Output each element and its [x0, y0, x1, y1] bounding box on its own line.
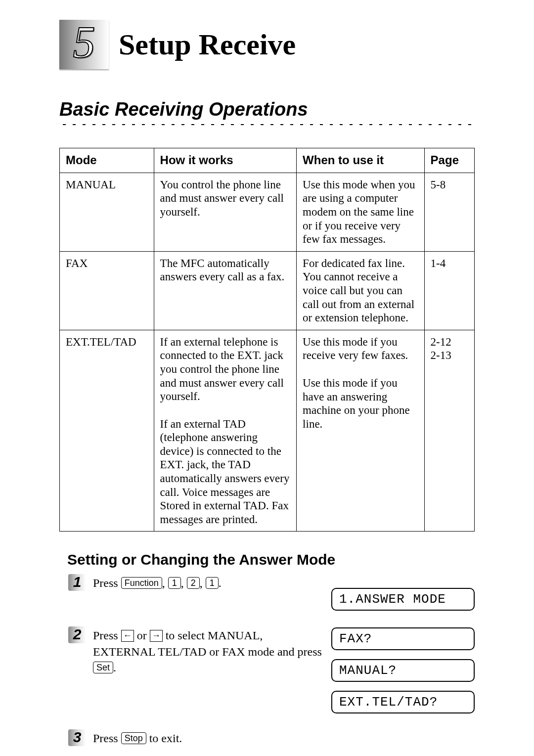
- lcd-display: MANUAL?: [331, 659, 475, 682]
- step-number: 1: [68, 574, 86, 591]
- cell-how: The MFC automatically answers every call…: [154, 251, 297, 330]
- step-text-or: or: [137, 629, 150, 642]
- modes-table: Mode How it works When to use it Page MA…: [59, 148, 475, 532]
- step-2: 2 Press ← or → to select MANUAL, EXTERNA…: [68, 626, 475, 713]
- table-row: FAX The MFC automatically answers every …: [60, 251, 475, 330]
- cell-when: For dedicated fax line. You cannot recei…: [297, 251, 425, 330]
- col-when: When to use it: [297, 148, 425, 173]
- step-body: Press ← or → to select MANUAL, EXTERNAL …: [93, 626, 326, 675]
- lcd-column: FAX? MANUAL? EXT.TEL/TAD?: [331, 626, 475, 713]
- step-text: Press: [93, 577, 121, 589]
- key-2: 2: [187, 577, 200, 589]
- step-text: to exit.: [149, 732, 182, 745]
- cell-when-part-b: Use this mode if you have an answering m…: [303, 376, 418, 431]
- lcd-column: 1.ANSWER MODE: [331, 587, 475, 611]
- dotted-rule: [59, 122, 475, 127]
- step-number: 3: [68, 729, 86, 746]
- cell-mode: MANUAL: [60, 173, 154, 251]
- step-body: Press Function, 1, 2, 1.: [93, 574, 326, 591]
- cell-how: If an external telephone is connected to…: [154, 330, 297, 532]
- cell-page: 1-4: [424, 251, 474, 330]
- chapter-number: 5: [73, 20, 95, 69]
- key-1: 1: [168, 577, 181, 589]
- table-header-row: Mode How it works When to use it Page: [60, 148, 475, 173]
- cell-when: Use this mode if you receive very few fa…: [297, 330, 425, 532]
- chapter-header: 5 Setup Receive: [59, 20, 475, 69]
- arrow-right-icon: →: [150, 630, 163, 642]
- col-how: How it works: [154, 148, 297, 173]
- arrow-left-icon: ←: [121, 630, 134, 642]
- key-stop: Stop: [121, 732, 146, 744]
- step-number: 2: [68, 626, 86, 643]
- chapter-title: Setup Receive: [119, 28, 296, 62]
- chapter-number-badge: 5: [59, 20, 109, 69]
- cell-how-part-a: If an external telephone is connected to…: [160, 335, 291, 403]
- section-heading: Basic Receiving Operations: [59, 99, 475, 120]
- key-1b: 1: [206, 577, 219, 589]
- sub-heading: Setting or Changing the Answer Mode: [67, 551, 475, 568]
- cell-mode: EXT.TEL/TAD: [60, 330, 154, 532]
- step-1: 1 Press Function, 1, 2, 1. 1.ANSWER MODE: [68, 574, 475, 611]
- lcd-display: EXT.TEL/TAD?: [331, 691, 475, 713]
- cell-page: 2-12 2-13: [424, 330, 474, 532]
- step-text: Press: [93, 732, 121, 745]
- cell-page: 5-8: [424, 173, 474, 251]
- key-set: Set: [93, 662, 113, 673]
- key-function: Function: [121, 577, 162, 589]
- step-text: Press: [93, 629, 121, 642]
- cell-how: You control the phone line and must answ…: [154, 173, 297, 251]
- table-row: EXT.TEL/TAD If an external telephone is …: [60, 330, 475, 532]
- table-row: MANUAL You control the phone line and mu…: [60, 173, 475, 251]
- col-page: Page: [424, 148, 474, 173]
- cell-when-part-a: Use this mode if you receive very few fa…: [303, 335, 418, 362]
- col-mode: Mode: [60, 148, 154, 173]
- cell-mode: FAX: [60, 251, 154, 330]
- cell-when: Use this mode when you are using a compu…: [297, 173, 425, 251]
- lcd-display: FAX?: [331, 627, 475, 650]
- lcd-display: 1.ANSWER MODE: [331, 588, 475, 611]
- step-3: 3 Press Stop to exit.: [68, 729, 475, 746]
- cell-how-part-b: If an external TAD (telephone answering …: [160, 417, 291, 527]
- step-body: Press Stop to exit.: [93, 729, 326, 746]
- steps-list: 1 Press Function, 1, 2, 1. 1.ANSWER MODE…: [68, 574, 475, 746]
